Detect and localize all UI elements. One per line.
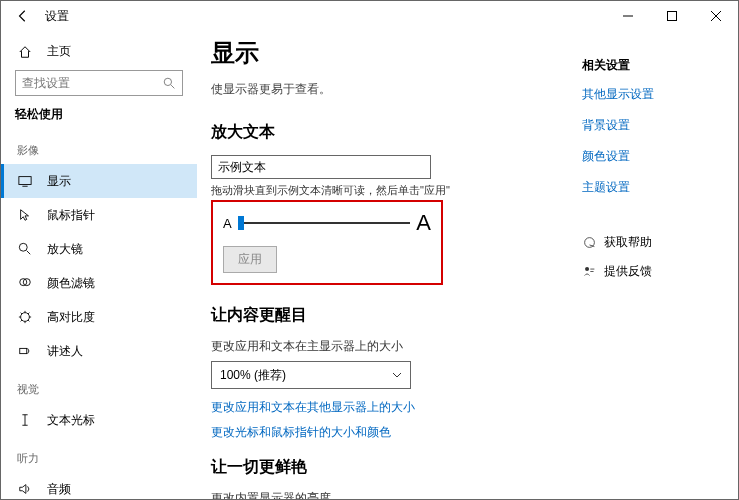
brightness-label: 更改内置显示器的亮度 — [211, 490, 578, 499]
display-icon — [17, 174, 33, 188]
search-input[interactable] — [15, 70, 183, 96]
section-label-vision: 影像 — [1, 129, 197, 164]
nav-magnifier[interactable]: 放大镜 — [1, 232, 197, 266]
svg-line-9 — [27, 251, 31, 255]
maximize-button[interactable] — [650, 1, 694, 31]
nav-audio[interactable]: 音频 — [1, 472, 197, 500]
related-header: 相关设置 — [582, 57, 728, 74]
slider-track[interactable] — [238, 222, 411, 224]
big-a-icon: A — [416, 210, 431, 236]
slider-thumb[interactable] — [238, 216, 244, 230]
contrast-icon — [17, 310, 33, 324]
sample-text: 示例文本 — [218, 159, 266, 176]
main-content: 显示 使显示器更易于查看。 放大文本 示例文本 拖动滑块直到示例文本清晰可读，然… — [197, 31, 582, 499]
svg-rect-1 — [668, 12, 677, 21]
feedback-label: 提供反馈 — [604, 263, 652, 280]
sample-text-box: 示例文本 — [211, 155, 431, 179]
link-background-settings[interactable]: 背景设置 — [582, 117, 728, 134]
help-link[interactable]: 获取帮助 — [582, 234, 728, 251]
section-label-visual: 视觉 — [1, 368, 197, 403]
heading-vivid: 让一切更鲜艳 — [211, 457, 578, 478]
heading-enlarge-text: 放大文本 — [211, 122, 578, 143]
nav-label: 显示 — [47, 173, 71, 190]
home-button[interactable]: 主页 — [1, 37, 197, 70]
nav-contrast[interactable]: 高对比度 — [1, 300, 197, 334]
narrator-icon — [17, 344, 33, 358]
minimize-button[interactable] — [606, 1, 650, 31]
heading-salient: 让内容更醒目 — [211, 305, 578, 326]
nav-display[interactable]: 显示 — [1, 164, 197, 198]
nav-label: 高对比度 — [47, 309, 95, 326]
apply-button[interactable]: 应用 — [223, 246, 277, 273]
nav-label: 讲述人 — [47, 343, 83, 360]
link-other-displays[interactable]: 更改应用和文本在其他显示器上的大小 — [211, 399, 578, 416]
cursor-icon — [17, 208, 33, 222]
svg-line-18 — [28, 320, 29, 321]
help-label: 获取帮助 — [604, 234, 652, 251]
feedback-link[interactable]: 提供反馈 — [582, 263, 728, 280]
app-name: 轻松使用 — [1, 106, 197, 129]
section-label-hearing: 听力 — [1, 437, 197, 472]
feedback-icon — [582, 265, 596, 278]
small-a-icon: A — [223, 216, 232, 231]
nav-label: 鼠标指针 — [47, 207, 95, 224]
slider-hint: 拖动滑块直到示例文本清晰可读，然后单击"应用" — [211, 183, 578, 198]
svg-line-5 — [171, 85, 174, 88]
nav-label: 颜色滤镜 — [47, 275, 95, 292]
svg-line-20 — [28, 313, 29, 314]
nav-narrator[interactable]: 讲述人 — [1, 334, 197, 368]
svg-line-17 — [21, 313, 22, 314]
link-color-settings[interactable]: 颜色设置 — [582, 148, 728, 165]
colorfilter-icon — [17, 276, 33, 290]
highlight-region: A A 应用 — [211, 200, 443, 285]
home-icon — [17, 45, 33, 59]
audio-icon — [17, 482, 33, 496]
link-theme-settings[interactable]: 主题设置 — [582, 179, 728, 196]
magnifier-icon — [17, 242, 33, 256]
search-field[interactable] — [22, 76, 142, 90]
svg-line-19 — [21, 320, 22, 321]
search-icon — [163, 77, 176, 90]
link-cursor-size[interactable]: 更改光标和鼠标指针的大小和颜色 — [211, 424, 578, 441]
nav-textcursor[interactable]: 文本光标 — [1, 403, 197, 437]
related-settings: 相关设置 其他显示设置 背景设置 颜色设置 主题设置 获取帮助 提供反馈 — [582, 31, 738, 499]
help-icon — [582, 236, 596, 249]
svg-point-8 — [19, 243, 27, 251]
home-label: 主页 — [47, 43, 71, 60]
back-button[interactable] — [15, 8, 31, 24]
nav-cursor[interactable]: 鼠标指针 — [1, 198, 197, 232]
window-title: 设置 — [45, 8, 69, 25]
chevron-down-icon — [392, 370, 402, 380]
scale-value: 100% (推荐) — [220, 367, 286, 384]
nav-label: 文本光标 — [47, 412, 95, 429]
link-other-display-settings[interactable]: 其他显示设置 — [582, 86, 728, 103]
textcursor-icon — [17, 413, 33, 427]
text-size-slider[interactable]: A A — [223, 210, 431, 236]
nav-colorfilter[interactable]: 颜色滤镜 — [1, 266, 197, 300]
scale-dropdown[interactable]: 100% (推荐) — [211, 361, 411, 389]
svg-rect-6 — [19, 177, 31, 185]
page-title: 显示 — [211, 37, 578, 69]
svg-point-35 — [585, 267, 589, 271]
sidebar: 主页 轻松使用 影像 显示 鼠标指针 放大镜 颜色滤镜 高对比度 — [1, 31, 197, 499]
nav-label: 放大镜 — [47, 241, 83, 258]
svg-rect-21 — [20, 348, 27, 353]
page-desc: 使显示器更易于查看。 — [211, 81, 578, 98]
svg-point-4 — [164, 78, 171, 85]
scale-label: 更改应用和文本在主显示器上的大小 — [211, 338, 578, 355]
nav-label: 音频 — [47, 481, 71, 498]
close-button[interactable] — [694, 1, 738, 31]
